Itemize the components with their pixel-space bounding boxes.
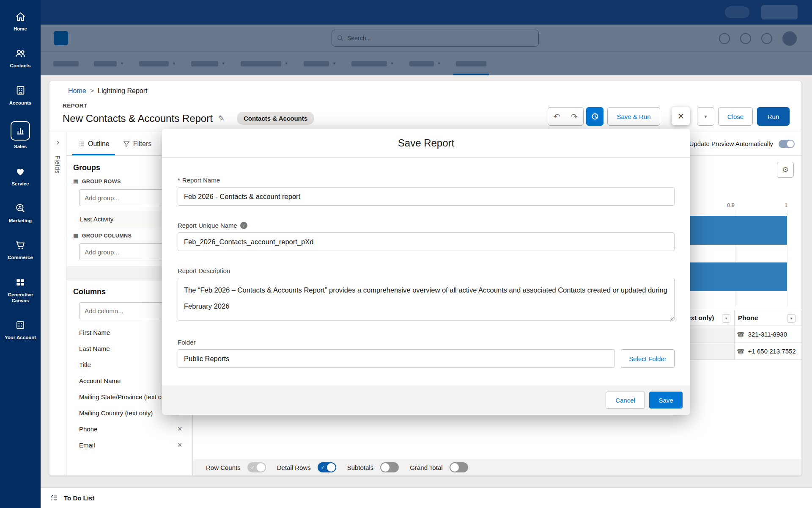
- group-columns-icon: ▦: [73, 232, 79, 239]
- check-icon: ✓: [251, 465, 255, 470]
- select-folder-button[interactable]: Select Folder: [621, 349, 675, 368]
- cancel-button[interactable]: Cancel: [606, 392, 645, 409]
- home-icon: [15, 10, 26, 23]
- sidebar-item-label: Service: [2, 181, 38, 187]
- undo-button[interactable]: ↶: [548, 107, 566, 126]
- sidebar-item-label: Accounts: [2, 100, 38, 106]
- tab-outline[interactable]: Outline: [72, 132, 115, 155]
- report-name-field: * Report Name: [178, 177, 675, 206]
- row-counts-toggle[interactable]: ✓: [247, 462, 266, 472]
- column-item[interactable]: Email×: [79, 437, 186, 453]
- chart-button[interactable]: [586, 107, 604, 126]
- info-icon[interactable]: i: [240, 222, 247, 229]
- column-item-label: Account Name: [79, 377, 121, 384]
- update-preview-label: Update Preview Automatically: [689, 140, 773, 147]
- column-item-label: Last Name: [79, 345, 110, 352]
- gear-icon: ⚙: [782, 165, 789, 174]
- more-actions-button[interactable]: ▼: [697, 107, 714, 126]
- column-item-label: Email: [79, 442, 95, 449]
- close-modal-button[interactable]: ×: [672, 107, 690, 125]
- sidebar-item-label: Marketing: [2, 218, 38, 224]
- remove-column-icon[interactable]: ×: [175, 440, 185, 450]
- commerce-icon: [14, 239, 26, 251]
- todo-list-icon: [50, 494, 58, 502]
- sidebar-item-label: Sales: [2, 144, 38, 149]
- save-report-modal: × Save Report * Report Name Report Uniqu…: [162, 129, 690, 415]
- accounts-icon: [15, 84, 26, 97]
- sidebar-item-marketing[interactable]: Marketing: [2, 202, 38, 224]
- column-item-label: Mailing State/Province (text only): [79, 393, 172, 400]
- column-menu-button[interactable]: ▼: [722, 314, 730, 323]
- group-columns-label: GROUP COLUMNS: [82, 233, 132, 239]
- run-button[interactable]: Run: [757, 107, 790, 126]
- sidebar-item-label: Your Account: [2, 334, 38, 340]
- sidebar-item-home[interactable]: Home: [2, 10, 38, 32]
- column-item-label: Title: [79, 361, 91, 368]
- sales-active-box: [11, 121, 30, 141]
- sidebar-item-sales[interactable]: Sales: [2, 121, 38, 149]
- phone-icon: ☎: [737, 348, 745, 355]
- column-menu-button[interactable]: ▼: [787, 314, 796, 323]
- subtotals-toggle[interactable]: [380, 462, 399, 472]
- check-icon: ✓: [321, 465, 325, 470]
- sidebar-item-label: Contacts: [2, 63, 38, 69]
- description-textarea[interactable]: The “Feb 2026 – Contacts & Accounts Repo…: [178, 278, 675, 321]
- save-and-run-button[interactable]: Save & Run: [607, 107, 660, 126]
- fields-panel-label[interactable]: Fields: [54, 155, 61, 174]
- update-preview-toggle[interactable]: [779, 140, 795, 148]
- row-counts-label: Row Counts: [206, 464, 241, 471]
- phone-value: 321-311-8930: [748, 331, 787, 338]
- column-item-label: Phone: [79, 425, 97, 433]
- expand-fields-icon[interactable]: ›: [56, 137, 59, 147]
- description-field: Report Description The “Feb 2026 – Conta…: [178, 267, 675, 323]
- save-button[interactable]: Save: [649, 392, 683, 409]
- subtotals-label: Subtotals: [347, 464, 374, 471]
- fields-panel-strip: › Fields: [49, 132, 66, 475]
- folder-label: Folder: [178, 339, 675, 346]
- close-icon: ×: [678, 110, 684, 123]
- breadcrumb-home-link[interactable]: Home: [68, 87, 86, 95]
- report-name-label: * Report Name: [178, 177, 675, 184]
- column-header[interactable]: Phone: [738, 314, 758, 322]
- todo-list-label[interactable]: To Do List: [64, 494, 94, 502]
- phone-value: +1 650 213 7552: [748, 348, 796, 355]
- modal-body: * Report Name Report Unique Name i Repor…: [162, 177, 690, 368]
- sidebar-item-label: Home: [2, 26, 38, 32]
- chart-tick: 0.9: [727, 202, 735, 208]
- marketing-icon: [14, 202, 26, 215]
- grand-total-toggle[interactable]: [450, 462, 468, 472]
- sidebar-item-label: Generative Canvas: [2, 292, 38, 304]
- sidebar-item-your-account[interactable]: Your Account: [2, 319, 38, 340]
- close-button[interactable]: Close: [718, 107, 753, 126]
- filter-icon: [123, 141, 130, 147]
- sidebar-item-commerce[interactable]: Commerce: [2, 239, 38, 260]
- generative-canvas-icon: [15, 276, 26, 289]
- unique-name-label: Report Unique Name i: [178, 222, 675, 229]
- chart-tick: 1: [785, 202, 787, 208]
- redo-button[interactable]: ↷: [565, 107, 584, 126]
- app-sidebar: Home Contacts Accounts Sales Service Mar…: [0, 0, 41, 508]
- folder-field: Folder Select Folder: [178, 339, 675, 368]
- tab-filters[interactable]: Filters: [118, 132, 157, 155]
- breadcrumb: Home > Lightning Report: [68, 87, 147, 95]
- sidebar-item-accounts[interactable]: Accounts: [2, 84, 38, 106]
- detail-rows-toggle[interactable]: ✓: [318, 462, 336, 472]
- service-icon: [14, 165, 26, 178]
- tab-filters-label: Filters: [133, 140, 152, 148]
- report-name-input[interactable]: [178, 187, 675, 206]
- remove-column-icon[interactable]: ×: [175, 424, 185, 433]
- sidebar-item-service[interactable]: Service: [2, 165, 38, 187]
- folder-input[interactable]: [178, 349, 615, 368]
- breadcrumb-separator: >: [90, 87, 94, 95]
- column-item-label: First Name: [79, 329, 110, 336]
- breadcrumb-current: Lightning Report: [98, 87, 147, 95]
- sidebar-item-contacts[interactable]: Contacts: [2, 47, 38, 69]
- unique-name-input[interactable]: [178, 232, 675, 251]
- toggle-knob: [257, 463, 265, 472]
- preview-footer: Row Counts ✓ Detail Rows ✓ Subtotals Gra…: [193, 459, 801, 475]
- sidebar-item-generative-canvas[interactable]: Generative Canvas: [2, 276, 38, 304]
- column-item[interactable]: Phone×: [79, 421, 186, 437]
- chart-settings-button[interactable]: ⚙: [777, 162, 794, 178]
- contacts-icon: [14, 47, 26, 60]
- toggle-knob: [381, 463, 390, 472]
